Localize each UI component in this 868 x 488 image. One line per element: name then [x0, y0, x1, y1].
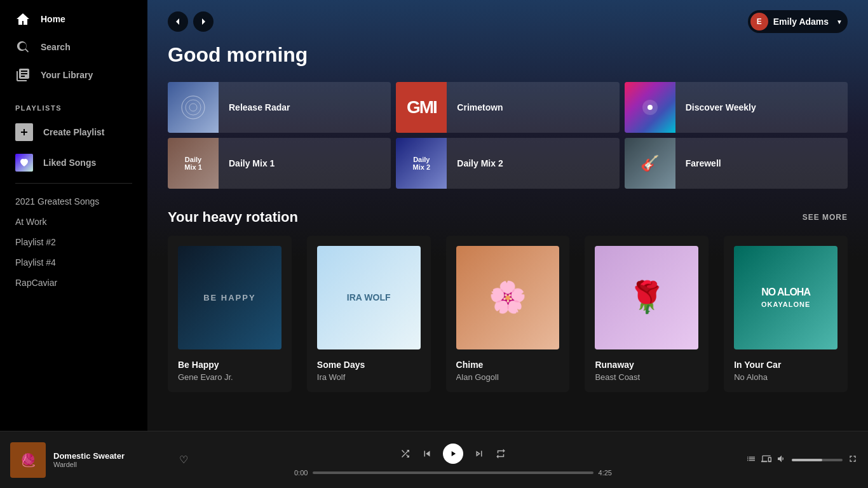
- sidebar-item-home[interactable]: Home: [0, 5, 147, 33]
- card-title-be-happy: Be Happy: [178, 360, 281, 370]
- sidebar-item-library-label: Your Library: [41, 70, 93, 80]
- previous-button[interactable]: [421, 448, 433, 459]
- sidebar-divider: [15, 183, 132, 184]
- card-in-your-car[interactable]: NO ALOHA OKAYALONE In Your Car No Aloha: [724, 236, 848, 392]
- svg-point-5: [648, 105, 653, 110]
- devices-button[interactable]: [761, 454, 771, 466]
- heavy-rotation-header: Your heavy rotation SEE MORE: [168, 209, 848, 226]
- total-time: 4:25: [599, 469, 612, 477]
- player-track-title: Domestic Sweater: [53, 451, 172, 461]
- quick-item-daily-mix-2[interactable]: DailyMix 2 Daily Mix 2: [396, 138, 619, 189]
- volume-bar[interactable]: [792, 459, 843, 461]
- current-time: 0:00: [294, 469, 308, 477]
- quick-label-discover-weekly: Discover Weekly: [675, 102, 766, 112]
- player-controls: 0:00 4:25: [188, 444, 718, 477]
- quick-thumb-release-radar: [168, 82, 219, 133]
- sidebar-item-library[interactable]: Your Library: [0, 61, 147, 89]
- avatar: E: [750, 13, 768, 30]
- sidebar-item-search[interactable]: Search: [0, 33, 147, 61]
- plus-icon: [15, 123, 33, 141]
- card-title-some-days: Some Days: [317, 360, 421, 370]
- see-more-button[interactable]: SEE MORE: [803, 213, 848, 222]
- library-icon: [15, 67, 31, 83]
- quick-thumb-daily-mix-1: DailyMix 1: [168, 138, 219, 189]
- card-art-chime: 🌸: [456, 246, 560, 349]
- back-button[interactable]: [168, 11, 188, 32]
- shuffle-button[interactable]: [400, 448, 411, 459]
- greeting-heading: Good morning: [168, 43, 848, 67]
- forward-button[interactable]: [193, 11, 214, 32]
- card-be-happy[interactable]: BE HAPPY Be Happy Gene Evaro Jr.: [168, 236, 292, 392]
- svg-point-1: [186, 100, 201, 115]
- fullscreen-button[interactable]: [848, 454, 858, 466]
- card-subtitle-in-your-car: No Aloha: [734, 372, 837, 382]
- player-buttons: [400, 444, 506, 464]
- home-icon: [15, 11, 31, 27]
- playlist-item-2[interactable]: Playlist #2: [0, 232, 147, 252]
- card-subtitle-some-days: Ira Wolf: [317, 372, 421, 382]
- quick-label-daily-mix-2: Daily Mix 2: [447, 158, 513, 168]
- playlist-list: 2021 Greatest Songs At Work Playlist #2 …: [0, 189, 147, 295]
- player-track-artist: Wardell: [53, 461, 172, 468]
- card-art-runaway: 🌹: [595, 246, 698, 349]
- quick-label-daily-mix-1: Daily Mix 1: [219, 158, 285, 168]
- card-some-days[interactable]: IRA WOLF Some Days Ira Wolf: [307, 236, 431, 392]
- sidebar-nav: Home Search Your Library: [0, 0, 147, 94]
- queue-button[interactable]: [746, 454, 756, 466]
- sidebar-item-home-label: Home: [41, 14, 65, 24]
- card-art-in-your-car: NO ALOHA OKAYALONE: [734, 246, 837, 349]
- search-icon: [15, 39, 31, 55]
- sidebar: Home Search Your Library PLAYLISTS: [0, 0, 147, 431]
- heavy-rotation-grid: BE HAPPY Be Happy Gene Evaro Jr. IRA WOL…: [168, 236, 848, 392]
- create-playlist-button[interactable]: Create Playlist: [0, 117, 147, 147]
- like-button[interactable]: ♡: [179, 454, 188, 466]
- liked-songs-label: Liked Songs: [43, 158, 96, 168]
- card-subtitle-chime: Alan Gogoll: [456, 372, 560, 382]
- card-title-chime: Chime: [456, 360, 560, 370]
- nav-buttons: [168, 11, 214, 32]
- quick-label-release-radar: Release Radar: [219, 102, 301, 112]
- play-pause-button[interactable]: [443, 444, 463, 464]
- repeat-button[interactable]: [495, 448, 506, 459]
- quick-item-release-radar[interactable]: Release Radar: [168, 82, 391, 133]
- quick-item-discover-weekly[interactable]: Discover Weekly: [625, 82, 848, 133]
- playlist-item-1[interactable]: At Work: [0, 212, 147, 232]
- player-right-controls: [718, 454, 858, 466]
- playlist-item-0[interactable]: 2021 Greatest Songs: [0, 191, 147, 212]
- content-area: Good morning Release Radar GMI Crimetown: [147, 43, 868, 412]
- card-title-runaway: Runaway: [595, 360, 698, 370]
- volume-fill: [792, 459, 822, 461]
- quick-thumb-crimetown: GMI: [396, 82, 447, 133]
- player-track-info: 🧶 Domestic Sweater Wardell ♡: [10, 442, 188, 478]
- card-runaway[interactable]: 🌹 Runaway Beast Coast: [585, 236, 709, 392]
- player-album-art: 🧶: [10, 442, 46, 478]
- volume-icon: [776, 454, 787, 466]
- next-button[interactable]: [473, 448, 485, 459]
- playlist-item-4[interactable]: RapCaviar: [0, 273, 147, 293]
- progress-track[interactable]: [313, 471, 593, 474]
- quick-item-daily-mix-1[interactable]: DailyMix 1 Daily Mix 1: [168, 138, 391, 189]
- heart-icon: [15, 154, 33, 172]
- card-title-in-your-car: In Your Car: [734, 360, 837, 370]
- main-content: E Emily Adams ▼ Good morning Release Rad…: [147, 0, 868, 431]
- playlist-item-3[interactable]: Playlist #4: [0, 252, 147, 273]
- top-bar: E Emily Adams ▼: [147, 0, 868, 43]
- card-art-some-days: IRA WOLF: [317, 246, 421, 349]
- quick-label-crimetown: Crimetown: [447, 102, 513, 112]
- sidebar-item-search-label: Search: [41, 42, 71, 52]
- quick-item-farewell[interactable]: 🎸 Farewell: [625, 138, 848, 189]
- svg-point-2: [189, 104, 197, 111]
- card-chime[interactable]: 🌸 Chime Alan Gogoll: [446, 236, 570, 392]
- quick-thumb-daily-mix-2: DailyMix 2: [396, 138, 447, 189]
- player-bar: 🧶 Domestic Sweater Wardell ♡: [0, 431, 868, 488]
- quick-thumb-farewell: 🎸: [625, 138, 675, 189]
- quick-label-farewell: Farewell: [675, 158, 731, 168]
- progress-bar[interactable]: 0:00 4:25: [294, 469, 612, 477]
- card-subtitle-runaway: Beast Coast: [595, 372, 698, 382]
- svg-point-0: [182, 96, 205, 119]
- quick-thumb-discover-weekly: [625, 82, 675, 133]
- quick-item-crimetown[interactable]: GMI Crimetown: [396, 82, 619, 133]
- playlists-label: PLAYLISTS: [0, 94, 147, 117]
- liked-songs-button[interactable]: Liked Songs: [0, 147, 147, 178]
- user-menu[interactable]: E Emily Adams ▼: [748, 10, 848, 33]
